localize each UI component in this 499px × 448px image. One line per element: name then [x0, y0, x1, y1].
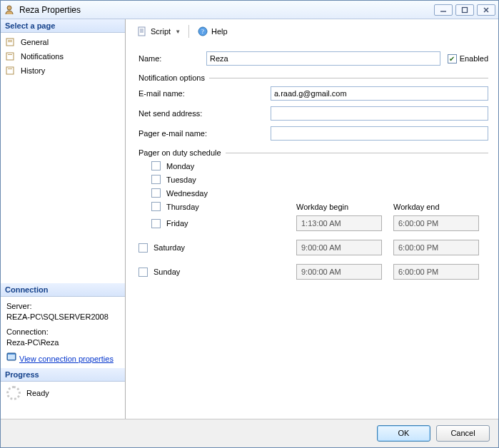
cancel-button[interactable]: Cancel — [436, 425, 490, 442]
wednesday-checkbox[interactable] — [151, 188, 161, 198]
tuesday-label: Tuesday — [166, 175, 296, 184]
app-icon — [4, 4, 15, 16]
svg-text:?: ? — [201, 28, 204, 35]
time-value[interactable] — [394, 268, 499, 276]
pager-schedule-group: Pager on duty schedule Monday Tuesday — [138, 148, 488, 280]
workday-end-header: Workday end — [393, 203, 479, 211]
help-label: Help — [211, 27, 228, 36]
thursday-checkbox[interactable] — [151, 202, 161, 211]
window-title: Reza Properties — [19, 5, 434, 15]
time-value[interactable] — [297, 268, 404, 276]
notification-options-group: Notification options E-mail name: Net se… — [138, 73, 488, 141]
svg-rect-11 — [8, 68, 12, 69]
svg-rect-10 — [6, 67, 14, 74]
dropdown-icon: ▼ — [175, 29, 181, 35]
name-input[interactable] — [206, 51, 440, 66]
time-value[interactable] — [394, 219, 499, 228]
help-icon: ? — [197, 26, 208, 37]
view-connection-properties-link[interactable]: View connection properties — [19, 354, 114, 365]
friday-checkbox[interactable] — [151, 219, 161, 228]
workday-begin-header: Workday begin — [296, 203, 382, 211]
svg-rect-6 — [8, 40, 12, 41]
svg-rect-9 — [8, 54, 12, 55]
ok-button[interactable]: OK — [377, 425, 430, 442]
saturday-end-time[interactable]: ▲▼ — [393, 240, 479, 255]
svg-rect-7 — [8, 41, 12, 42]
server-value: REZA-PC\SQLSERVER2008 — [6, 312, 119, 322]
thursday-label: Thursday — [166, 203, 296, 211]
page-label: History — [21, 66, 45, 75]
saturday-label: Saturday — [153, 243, 296, 252]
connection-value: Reza-PC\Reza — [6, 337, 119, 348]
wednesday-label: Wednesday — [166, 189, 296, 198]
page-item-general[interactable]: General — [4, 35, 122, 49]
weekday-begin-time[interactable]: ▲▼ — [296, 215, 382, 231]
minimize-button[interactable] — [434, 4, 453, 16]
pager-schedule-legend: Pager on duty schedule — [138, 148, 226, 157]
saturday-begin-time[interactable]: ▲▼ — [296, 240, 382, 255]
svg-rect-14 — [138, 27, 145, 36]
pager-email-input[interactable] — [271, 126, 488, 141]
page-item-history[interactable]: History — [4, 63, 122, 78]
weekday-end-time[interactable]: ▲▼ — [393, 215, 479, 231]
page-icon — [5, 51, 16, 62]
dialog-footer: OK Cancel — [1, 419, 498, 447]
page-label: General — [21, 38, 49, 46]
email-input[interactable] — [271, 86, 488, 101]
saturday-checkbox[interactable] — [138, 243, 148, 253]
enabled-checkbox[interactable]: ✔ Enabled — [448, 54, 488, 63]
svg-point-0 — [7, 6, 11, 10]
time-value[interactable] — [297, 243, 404, 252]
maximize-button[interactable] — [455, 4, 474, 16]
script-icon — [136, 26, 148, 37]
progress-header: Progress — [1, 368, 125, 382]
monday-label: Monday — [166, 162, 296, 170]
page-icon — [5, 65, 16, 76]
name-label: Name: — [138, 54, 206, 63]
page-icon — [5, 36, 16, 48]
friday-label: Friday — [166, 219, 296, 228]
title-bar: Reza Properties — [1, 1, 498, 19]
close-button[interactable] — [477, 4, 495, 16]
progress-status: Ready — [26, 389, 49, 397]
page-label: Notifications — [21, 52, 64, 61]
sunday-label: Sunday — [153, 268, 296, 276]
time-value[interactable] — [297, 219, 404, 228]
time-value[interactable] — [394, 243, 499, 252]
main-panel: Script ▼ ? Help Name: ✔ Enabled — [126, 19, 498, 419]
dialog-window: Reza Properties Select a page General — [0, 0, 499, 448]
pager-label: Pager e-mail name: — [138, 129, 271, 138]
page-item-notifications[interactable]: Notifications — [4, 49, 122, 63]
server-label: Server: — [6, 301, 119, 312]
svg-rect-13 — [8, 355, 15, 360]
enabled-label: Enabled — [460, 54, 488, 63]
connection-properties-icon — [6, 352, 16, 365]
netsend-input[interactable] — [271, 106, 488, 121]
sunday-begin-time[interactable]: ▲▼ — [296, 264, 382, 280]
notification-options-legend: Notification options — [138, 73, 209, 82]
svg-rect-2 — [463, 7, 468, 12]
email-label: E-mail name: — [138, 89, 271, 98]
script-button[interactable]: Script ▼ — [134, 25, 183, 38]
script-label: Script — [151, 27, 171, 36]
svg-rect-8 — [6, 53, 14, 60]
netsend-label: Net send address: — [138, 109, 271, 118]
tuesday-checkbox[interactable] — [151, 175, 161, 184]
help-button[interactable]: ? Help — [195, 25, 230, 38]
left-panel: Select a page General Notifications Hist… — [1, 19, 126, 419]
select-page-header: Select a page — [1, 19, 125, 33]
checkbox-icon: ✔ — [448, 54, 457, 63]
monday-checkbox[interactable] — [151, 161, 161, 170]
sunday-checkbox[interactable] — [138, 268, 148, 277]
connection-label: Connection: — [6, 327, 119, 337]
connection-header: Connection — [1, 283, 125, 297]
progress-spinner-icon — [6, 386, 21, 400]
sunday-end-time[interactable]: ▲▼ — [393, 264, 479, 280]
